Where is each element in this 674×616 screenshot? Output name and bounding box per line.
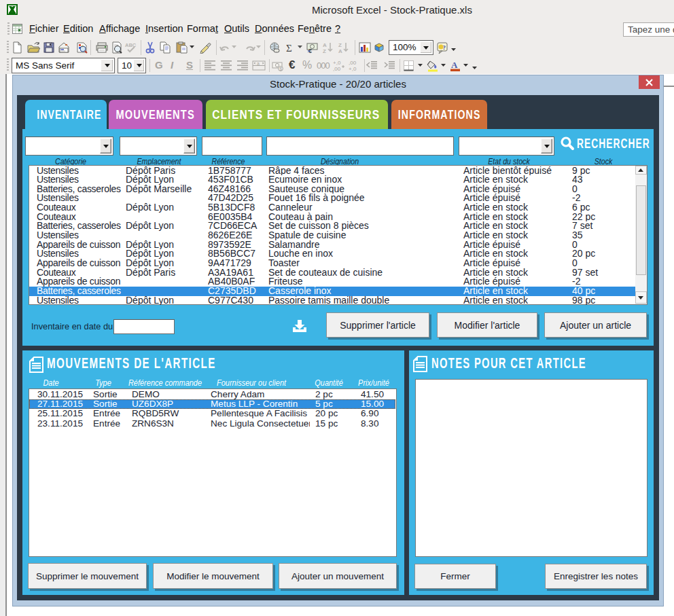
svg-text:+,0: +,0: [333, 60, 341, 66]
svg-text:A: A: [451, 60, 458, 70]
svg-text:$: $: [279, 67, 282, 71]
svg-text:?: ?: [443, 44, 446, 51]
svg-text:A: A: [338, 48, 342, 54]
svg-text:a: a: [257, 61, 260, 66]
svg-text:,00: ,00: [333, 66, 341, 72]
svg-text:Z: Z: [338, 42, 342, 48]
svg-text:A: A: [323, 42, 327, 48]
svg-text:+,0: +,0: [349, 66, 357, 72]
svg-text:€: €: [308, 48, 312, 54]
svg-text:,00: ,00: [349, 60, 357, 66]
svg-text:Σ: Σ: [286, 43, 292, 54]
svg-text:Z: Z: [323, 48, 326, 54]
